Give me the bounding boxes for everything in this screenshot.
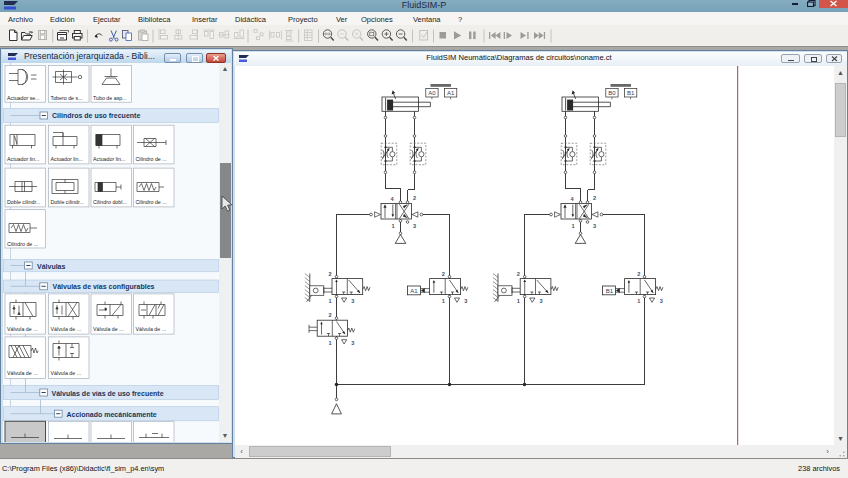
- svg-text:Actuador lin...: Actuador lin...: [93, 156, 125, 162]
- svg-text:Válvula de ...: Válvula de ...: [7, 326, 38, 332]
- svg-text:Actuador lin...: Actuador lin...: [7, 156, 39, 162]
- svg-text:1: 1: [391, 223, 394, 229]
- svg-text:1: 1: [328, 340, 331, 346]
- svg-text:Cilindro dobl...: Cilindro dobl...: [93, 199, 127, 205]
- svg-text:2: 2: [328, 271, 331, 277]
- svg-text:3: 3: [660, 298, 663, 304]
- svg-text:1: 1: [328, 298, 331, 304]
- svg-text:3: 3: [539, 298, 542, 304]
- svg-text:Tobero de s...: Tobero de s...: [51, 95, 83, 101]
- svg-text:2: 2: [442, 271, 445, 277]
- svg-text:1: 1: [442, 298, 445, 304]
- svg-text:2: 2: [413, 195, 416, 201]
- svg-text:Válvulas: Válvulas: [37, 263, 66, 270]
- svg-text:A1: A1: [447, 90, 455, 96]
- svg-text:2: 2: [593, 195, 596, 201]
- svg-text:Actuador lin...: Actuador lin...: [51, 156, 83, 162]
- svg-text:3: 3: [593, 223, 596, 229]
- svg-text:B1: B1: [627, 90, 635, 96]
- svg-text:Cilindros de uso frecuente: Cilindros de uso frecuente: [52, 112, 140, 119]
- svg-text:1: 1: [571, 223, 574, 229]
- svg-text:3: 3: [464, 298, 467, 304]
- svg-text:4: 4: [390, 196, 394, 202]
- svg-text:1: 1: [637, 298, 640, 304]
- svg-text:Cilindro de ...: Cilindro de ...: [136, 156, 167, 162]
- svg-text:A1: A1: [410, 288, 418, 294]
- svg-text:Válvulas de vías de uso frecue: Válvulas de vías de uso frecuente: [52, 390, 164, 397]
- svg-text:Cilindro de ...: Cilindro de ...: [136, 199, 167, 205]
- svg-text:3: 3: [413, 223, 416, 229]
- svg-text:Doble cilindr...: Doble cilindr...: [7, 199, 40, 205]
- svg-text:2: 2: [637, 271, 640, 277]
- svg-text:Válvula de ...: Válvula de ...: [51, 370, 82, 376]
- svg-text:Accionado mecánicamente: Accionado mecánicamente: [67, 411, 157, 418]
- svg-text:Válvula de ...: Válvula de ...: [136, 326, 167, 332]
- svg-text:Doble cilindr...: Doble cilindr...: [51, 199, 84, 205]
- svg-text:2: 2: [517, 271, 520, 277]
- svg-text:3: 3: [351, 298, 354, 304]
- svg-text:Cilindro de ...: Cilindro de ...: [7, 241, 38, 247]
- svg-text:1: 1: [517, 298, 520, 304]
- svg-text:B1: B1: [606, 288, 614, 294]
- svg-text:Válvulas de vías configurables: Válvulas de vías configurables: [53, 283, 155, 291]
- svg-text:Actuador se...: Actuador se...: [7, 95, 40, 101]
- svg-text:4: 4: [570, 196, 574, 202]
- svg-text:2: 2: [328, 312, 331, 318]
- svg-text:B0: B0: [608, 90, 616, 96]
- svg-text:A0: A0: [428, 90, 436, 96]
- svg-text:3: 3: [351, 340, 354, 346]
- svg-text:Válvula de ...: Válvula de ...: [51, 326, 82, 332]
- svg-text:Válvula de ...: Válvula de ...: [93, 326, 124, 332]
- svg-text:Tubo de asp...: Tubo de asp...: [93, 95, 127, 101]
- svg-text:Válvula de ...: Válvula de ...: [7, 370, 38, 376]
